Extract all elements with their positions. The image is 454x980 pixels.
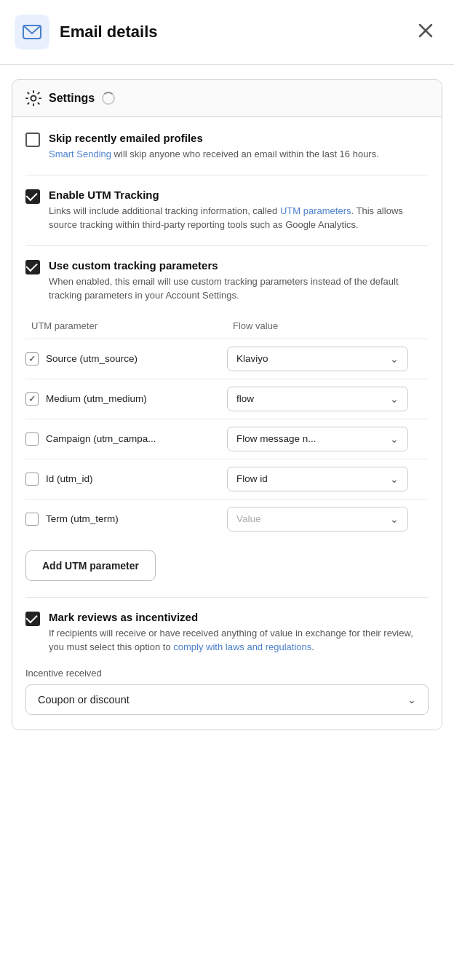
- skip-recently-row: Skip recently emailed profiles Smart Sen…: [25, 132, 429, 162]
- utm-campaign-dropdown[interactable]: Flow message n... ⌄: [227, 427, 408, 451]
- incentive-label: Incentive received: [25, 668, 429, 679]
- comply-laws-link[interactable]: comply with laws and regulations: [173, 641, 311, 652]
- settings-card: Settings Skip recently emailed profiles …: [12, 79, 442, 730]
- close-button[interactable]: [415, 20, 437, 44]
- utm-medium-value: flow: [236, 393, 254, 404]
- email-icon-box: [15, 15, 49, 50]
- reviews-section: Mark reviews as incentivized If recipien…: [25, 611, 429, 715]
- custom-tracking-desc: When enabled, this email will use custom…: [49, 274, 429, 303]
- chevron-down-icon-2: ⌄: [390, 393, 399, 405]
- skip-recently-checkbox[interactable]: [25, 133, 40, 147]
- chevron-down-icon: ⌄: [390, 353, 399, 365]
- enable-utm-content: Enable UTM Tracking Links will include a…: [49, 189, 429, 232]
- section-divider-3: [25, 597, 429, 598]
- utm-source-value: Klaviyo: [236, 353, 268, 364]
- utm-source-label: Source (utm_source): [46, 353, 138, 364]
- enable-utm-checkbox[interactable]: [25, 189, 40, 204]
- mark-reviews-checkbox[interactable]: [25, 612, 40, 626]
- enable-utm-row: Enable UTM Tracking Links will include a…: [25, 189, 429, 232]
- header-left: Email details: [15, 15, 158, 50]
- utm-term-value: Value: [236, 513, 261, 524]
- settings-header: Settings: [12, 80, 442, 117]
- utm-term-dropdown[interactable]: Value ⌄: [227, 507, 408, 532]
- page: Email details Settings Skip recentl: [0, 0, 454, 980]
- utm-term-checkbox[interactable]: [25, 513, 39, 526]
- utm-id-dropdown[interactable]: Flow id ⌄: [227, 467, 408, 491]
- chevron-down-icon-5: ⌄: [390, 513, 399, 525]
- utm-table-header: UTM parameter Flow value: [25, 316, 429, 336]
- utm-col2-header: Flow value: [227, 320, 429, 331]
- settings-title: Settings: [49, 92, 95, 105]
- section-divider-1: [25, 175, 429, 175]
- utm-campaign-label: Campaign (utm_campa...: [46, 433, 156, 444]
- custom-tracking-checkbox[interactable]: [25, 260, 40, 274]
- utm-campaign-value: Flow message n...: [236, 433, 316, 444]
- utm-row-id-left: Id (utm_id): [25, 473, 227, 486]
- mark-reviews-desc: If recipients will receive or have recei…: [49, 626, 429, 655]
- add-utm-button[interactable]: Add UTM parameter: [25, 550, 156, 581]
- utm-source-dropdown[interactable]: Klaviyo ⌄: [227, 347, 408, 371]
- incentive-value: Coupon or discount: [38, 694, 130, 706]
- utm-col1-header: UTM parameter: [25, 320, 227, 331]
- utm-row-source-left: Source (utm_source): [25, 352, 227, 365]
- skip-recently-content: Skip recently emailed profiles Smart Sen…: [49, 132, 429, 162]
- enable-utm-desc: Links will include additional tracking i…: [49, 204, 429, 232]
- utm-id-label: Id (utm_id): [46, 473, 93, 484]
- utm-term-label: Term (utm_term): [46, 513, 119, 524]
- utm-row-id: Id (utm_id) Flow id ⌄: [25, 459, 429, 499]
- utm-params-link[interactable]: UTM parameters: [280, 205, 351, 216]
- spinner-icon: [102, 92, 115, 105]
- header: Email details: [0, 0, 454, 64]
- enable-utm-desc-prefix: Links will include additional tracking i…: [49, 205, 280, 216]
- chevron-down-icon-4: ⌄: [390, 473, 399, 485]
- utm-medium-checkbox[interactable]: [25, 392, 39, 406]
- utm-row-medium-left: Medium (utm_medium): [25, 392, 227, 406]
- utm-row-campaign-left: Campaign (utm_campa...: [25, 432, 227, 446]
- smart-sending-link[interactable]: Smart Sending: [49, 149, 111, 159]
- gear-icon: [25, 90, 41, 106]
- utm-row-campaign: Campaign (utm_campa... Flow message n...…: [25, 419, 429, 459]
- chevron-down-icon-6: ⌄: [407, 694, 416, 706]
- utm-row-source: Source (utm_source) Klaviyo ⌄: [25, 339, 429, 379]
- custom-tracking-label: Use custom tracking parameters: [49, 259, 429, 272]
- utm-source-checkbox[interactable]: [25, 352, 39, 365]
- custom-tracking-content: Use custom tracking parameters When enab…: [49, 259, 429, 303]
- utm-row-term: Term (utm_term) Value ⌄: [25, 499, 429, 539]
- settings-body: Skip recently emailed profiles Smart Sen…: [12, 117, 442, 730]
- mark-reviews-content: Mark reviews as incentivized If recipien…: [49, 611, 429, 655]
- close-icon: [418, 23, 434, 39]
- section-divider-2: [25, 245, 429, 246]
- utm-campaign-checkbox[interactable]: [25, 432, 39, 446]
- mark-reviews-label: Mark reviews as incentivized: [49, 611, 429, 623]
- mark-reviews-row: Mark reviews as incentivized If recipien…: [25, 611, 429, 655]
- skip-recently-label: Skip recently emailed profiles: [49, 132, 429, 144]
- svg-point-3: [31, 96, 36, 101]
- utm-row-medium: Medium (utm_medium) flow ⌄: [25, 379, 429, 419]
- skip-recently-desc-suffix: will skip anyone who received an email w…: [111, 149, 379, 159]
- utm-id-value: Flow id: [236, 473, 268, 484]
- enable-utm-label: Enable UTM Tracking: [49, 189, 429, 201]
- utm-medium-dropdown[interactable]: flow ⌄: [227, 387, 408, 411]
- custom-tracking-row: Use custom tracking parameters When enab…: [25, 259, 429, 303]
- skip-recently-desc: Smart Sending will skip anyone who recei…: [49, 147, 429, 162]
- incentive-dropdown[interactable]: Coupon or discount ⌄: [25, 684, 429, 715]
- utm-medium-label: Medium (utm_medium): [46, 393, 147, 404]
- chevron-down-icon-3: ⌄: [390, 433, 399, 445]
- utm-row-term-left: Term (utm_term): [25, 513, 227, 526]
- mark-reviews-desc-suffix: .: [311, 641, 314, 652]
- header-divider: [0, 64, 454, 65]
- email-icon: [23, 25, 41, 39]
- utm-id-checkbox[interactable]: [25, 473, 39, 486]
- page-title: Email details: [60, 23, 158, 42]
